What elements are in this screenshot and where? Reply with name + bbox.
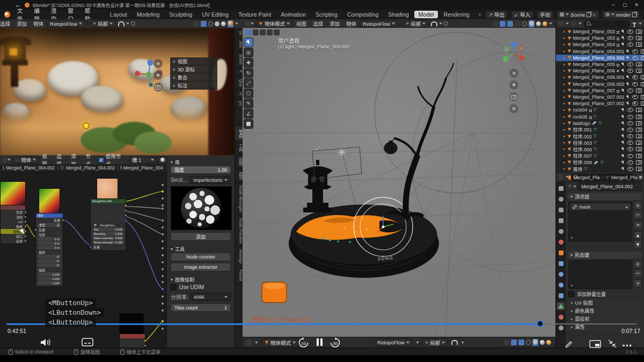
outliner-row[interactable]: ▸ 柱体.002 ▽ <box>556 133 644 139</box>
selectable-icon[interactable] <box>621 154 625 158</box>
hide-render-icon[interactable] <box>636 69 642 73</box>
workspace-tab[interactable]: Sculpting <box>165 11 196 18</box>
expand-icon[interactable]: ▸ <box>564 69 566 73</box>
vertex-groups-list[interactable]: mask 🔒︎ ▸ <box>568 202 632 241</box>
strength-slider[interactable]: 强度1.00 <box>171 166 231 174</box>
select-extend-mode[interactable] <box>267 29 273 35</box>
hide-viewport-icon[interactable] <box>627 154 633 158</box>
visibility-toggle[interactable] <box>515 21 521 27</box>
selectable-icon[interactable] <box>626 101 630 106</box>
pip-icon[interactable] <box>589 340 601 348</box>
add-workspace-button[interactable]: + <box>474 11 485 18</box>
hide-render-icon[interactable] <box>641 82 644 86</box>
selectable-icon[interactable] <box>621 141 625 145</box>
tiles-count-field[interactable]: Tiles count1 <box>171 304 231 312</box>
expand-icon[interactable]: ▸ <box>564 29 566 34</box>
hide-viewport-icon[interactable] <box>627 167 633 171</box>
selectable-icon[interactable] <box>621 36 625 40</box>
camera-view-icon[interactable] <box>509 92 518 101</box>
sidebar-tab[interactable]: Gr <box>235 28 243 38</box>
hide-viewport-icon[interactable] <box>627 29 633 34</box>
shape-keys-panel-header[interactable]: ▾形态键 <box>568 252 642 258</box>
expand-icon[interactable]: ▸ <box>564 95 566 99</box>
hide-viewport-icon[interactable] <box>627 128 633 132</box>
object-name[interactable]: 柱体.007 <box>573 152 592 159</box>
annotate-tool[interactable]: ✎ <box>244 99 253 108</box>
value-field[interactable]: 0° <box>38 263 61 267</box>
selectable-icon[interactable] <box>626 56 630 60</box>
xray-toggle[interactable] <box>518 339 524 345</box>
expand-icon[interactable]: ▸ <box>564 160 566 165</box>
outliner-row[interactable]: ▸ Merged_Plane_006.002 ▽ <box>556 81 644 87</box>
hide-viewport-icon[interactable] <box>632 75 638 79</box>
hide-render-icon[interactable] <box>636 154 642 158</box>
outliner-row[interactable]: ▸ rock04 ▽ <box>556 107 644 113</box>
expand-icon[interactable]: ▸ <box>564 75 566 79</box>
outliner-row[interactable]: ▸ Merged_Plane_004.002 ▽ <box>556 55 644 61</box>
add-button[interactable]: 添加 <box>171 232 231 241</box>
pause-button[interactable] <box>317 338 323 346</box>
overlay-panel-row[interactable]: ▸标注 <box>170 82 217 90</box>
edit-pencil-icon[interactable] <box>565 339 573 348</box>
hide-viewport-icon[interactable] <box>627 69 633 73</box>
shading-rendered-button[interactable] <box>543 21 547 26</box>
shading-material-button[interactable] <box>536 21 541 26</box>
cursor-tool[interactable]: ◎ <box>244 48 253 57</box>
breadcrumb-object[interactable]: Merged_Plane_… <box>573 175 599 180</box>
filter-icon[interactable] <box>632 23 636 25</box>
scale-tool[interactable]: ⤢ <box>244 78 253 88</box>
expand-icon[interactable]: ▸ <box>564 101 566 106</box>
measure-tool[interactable]: ∠ <box>244 109 253 119</box>
sidebar-tab[interactable]: Fluent <box>235 267 243 284</box>
hide-viewport-icon[interactable] <box>632 95 638 99</box>
node-output[interactable] <box>91 213 126 218</box>
hide-render-icon[interactable] <box>636 160 642 165</box>
selectable-icon[interactable] <box>626 49 630 54</box>
shading-wireframe-button[interactable] <box>522 21 527 26</box>
close-button[interactable]: ✕ <box>634 2 639 8</box>
selectable-icon[interactable] <box>621 121 625 125</box>
hide-render-icon[interactable] <box>636 141 642 145</box>
use-udim-checkbox[interactable] <box>171 284 177 290</box>
outliner-search[interactable] <box>584 20 630 27</box>
shape-keys-list[interactable]: ▸ <box>568 260 632 289</box>
sidebar-tab[interactable]: F <box>235 68 243 76</box>
param-slider[interactable]: Dot0.546 <box>92 227 124 231</box>
outliner-row[interactable]: ▸ 柱体.003 ▽ <box>556 139 644 146</box>
object-name[interactable]: tatalogo <box>573 121 590 126</box>
selectable-icon[interactable] <box>626 95 630 99</box>
sidebar-tab[interactable]: Sho <box>235 38 243 51</box>
roughgen-node[interactable]: RoughGen.001 RoughGen…× Dot0.546Blending… <box>90 198 126 251</box>
workspace-tab[interactable]: Rendering <box>439 11 473 18</box>
new-scene-icon[interactable] <box>587 12 591 17</box>
expand-icon[interactable]: ▸ <box>564 62 566 67</box>
expand-icon[interactable]: ▸ <box>564 141 566 145</box>
expand-icon[interactable]: ▸ <box>564 82 566 86</box>
import-button[interactable]: ↙导入 <box>511 11 533 19</box>
value-field[interactable]: 0 m <box>38 241 61 245</box>
hide-viewport-icon[interactable] <box>632 101 638 106</box>
outliner-row[interactable]: ▸ Merged_Plane_004.001 ▽ <box>556 48 644 55</box>
editor-type-icon[interactable] <box>2 157 8 163</box>
library-panel-header[interactable]: ▾库 <box>171 158 231 166</box>
outliner-row[interactable]: ▸ Merged_Plane_003 ▽ <box>556 35 644 41</box>
pan-hand-icon[interactable]: ✥ <box>509 80 518 90</box>
hide-render-icon[interactable] <box>636 147 642 151</box>
node-output[interactable] <box>120 338 145 343</box>
mode-selector[interactable]: 物体模式 <box>261 338 299 346</box>
hide-viewport-icon[interactable] <box>627 147 633 151</box>
overlays-toggle[interactable] <box>201 21 207 27</box>
selectable-icon[interactable] <box>621 62 625 67</box>
properties-tab[interactable] <box>557 260 565 267</box>
expand-icon[interactable]: ▸ <box>564 128 566 132</box>
imperfections-dropdown[interactable]: Imperfections <box>190 176 231 184</box>
properties-tab[interactable] <box>557 270 565 278</box>
properties-tab[interactable] <box>557 217 565 224</box>
rest-position-checkbox[interactable] <box>568 291 574 297</box>
dropdown-icon[interactable] <box>416 342 419 344</box>
hide-viewport-icon[interactable] <box>632 56 638 60</box>
outliner-row[interactable]: ▸ Merged_Plane_007.002 ▽ <box>556 100 644 107</box>
unlink-scene-icon[interactable]: × <box>592 12 596 18</box>
expand-icon[interactable]: ▸ <box>564 49 566 54</box>
grid-toggle-icon[interactable]: ⊞ <box>509 104 518 113</box>
